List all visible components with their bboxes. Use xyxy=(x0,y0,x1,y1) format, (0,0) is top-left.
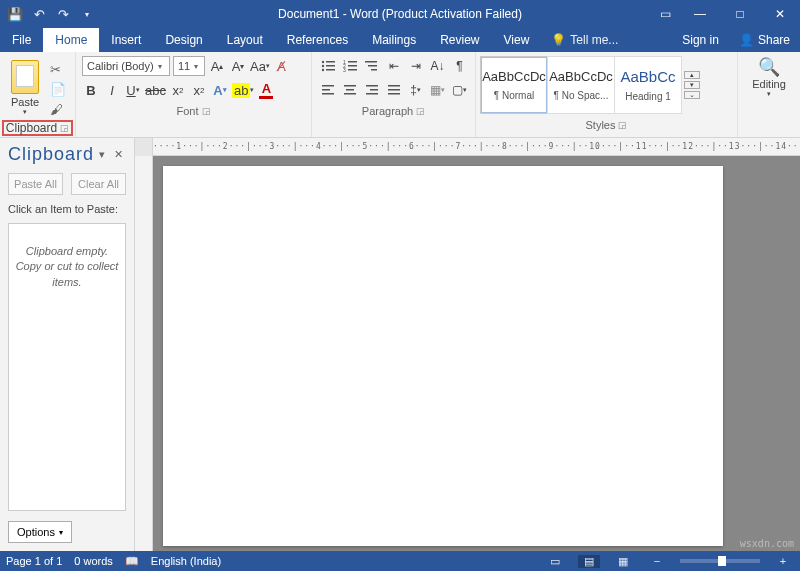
change-case-icon[interactable]: Aa▾ xyxy=(250,56,270,76)
borders-icon[interactable]: ▢▾ xyxy=(450,80,469,100)
chevron-down-icon: ▾ xyxy=(767,90,771,98)
paragraph-launcher-icon[interactable]: ◲ xyxy=(416,106,425,116)
numbering-icon[interactable]: 123 xyxy=(340,56,359,76)
status-language[interactable]: English (India) xyxy=(151,555,221,567)
increase-indent-icon[interactable]: ⇥ xyxy=(406,56,425,76)
qat-customize-icon[interactable]: ▾ xyxy=(78,5,96,23)
text-effects-icon[interactable]: A▾ xyxy=(211,80,229,100)
zoom-out-icon[interactable]: − xyxy=(646,555,668,567)
scroll-up-icon[interactable]: ▴ xyxy=(684,71,700,79)
clear-formatting-icon[interactable]: A̸ xyxy=(273,56,291,76)
document-page[interactable] xyxy=(163,166,723,546)
shading-icon[interactable]: ▦▾ xyxy=(428,80,447,100)
decrease-indent-icon[interactable]: ⇤ xyxy=(384,56,403,76)
multilevel-list-icon[interactable] xyxy=(362,56,381,76)
expand-gallery-icon[interactable]: ⌄ xyxy=(684,91,700,99)
spellcheck-icon[interactable]: 📖 xyxy=(125,555,139,568)
close-pane-icon[interactable]: ✕ xyxy=(110,148,126,161)
tab-references[interactable]: References xyxy=(275,28,360,52)
editing-icon[interactable]: 🔍 xyxy=(758,56,780,78)
close-button[interactable]: ✕ xyxy=(760,0,800,28)
maximize-button[interactable]: □ xyxy=(720,0,760,28)
font-name-combo[interactable]: Calibri (Body)▾ xyxy=(82,56,170,76)
tab-file[interactable]: File xyxy=(0,28,43,52)
vertical-ruler[interactable] xyxy=(135,156,153,551)
tab-layout[interactable]: Layout xyxy=(215,28,275,52)
grow-font-icon[interactable]: A▴ xyxy=(208,56,226,76)
shrink-font-icon[interactable]: A▾ xyxy=(229,56,247,76)
bold-button[interactable]: B xyxy=(82,80,100,100)
superscript-button[interactable]: x2 xyxy=(190,80,208,100)
ribbon-display-options-icon[interactable]: ▭ xyxy=(650,0,680,28)
zoom-in-icon[interactable]: + xyxy=(772,555,794,567)
print-layout-icon[interactable]: ▤ xyxy=(578,555,600,568)
font-size-combo[interactable]: 11▾ xyxy=(173,56,205,76)
zoom-slider-knob[interactable] xyxy=(718,556,726,566)
style-no-spacing[interactable]: AaBbCcDc ¶ No Spac... xyxy=(547,56,615,114)
tell-me-search[interactable]: 💡 Tell me... xyxy=(541,28,628,52)
redo-icon[interactable]: ↷ xyxy=(54,5,72,23)
justify-icon[interactable] xyxy=(384,80,403,100)
clipboard-label: Clipboard xyxy=(6,121,57,135)
styles-gallery-more[interactable]: ▴ ▾ ⌄ xyxy=(684,56,700,114)
font-color-icon[interactable]: A xyxy=(257,80,275,100)
status-bar: Page 1 of 1 0 words 📖 English (India) ▭ … xyxy=(0,551,800,571)
styles-launcher-icon[interactable]: ◲ xyxy=(618,120,627,130)
style-name: ¶ Normal xyxy=(494,90,534,101)
tab-home[interactable]: Home xyxy=(43,28,99,52)
chevron-down-icon: ▾ xyxy=(158,62,162,71)
tab-mailings[interactable]: Mailings xyxy=(360,28,428,52)
clipboard-group-label-highlighted[interactable]: Clipboard ◲ xyxy=(2,120,73,136)
font-name-value: Calibri (Body) xyxy=(87,60,154,72)
show-marks-icon[interactable]: ¶ xyxy=(450,56,469,76)
paste-all-button[interactable]: Paste All xyxy=(8,173,63,195)
paste-button[interactable]: Paste ▾ xyxy=(6,56,44,116)
svg-rect-22 xyxy=(370,89,378,91)
clipboard-options-button[interactable]: Options ▾ xyxy=(8,521,72,543)
svg-point-2 xyxy=(321,65,323,67)
document-area: ····1···|···2···|···3···|···4···|···5···… xyxy=(135,138,800,551)
cut-icon[interactable]: ✂ xyxy=(50,62,68,76)
clipboard-launcher-icon[interactable]: ◲ xyxy=(60,123,69,133)
align-center-icon[interactable] xyxy=(340,80,359,100)
save-icon[interactable]: 💾 xyxy=(6,5,24,23)
clear-all-button[interactable]: Clear All xyxy=(71,173,126,195)
strikethrough-button[interactable]: abc xyxy=(145,80,166,100)
sort-icon[interactable]: A↓ xyxy=(428,56,447,76)
minimize-button[interactable]: — xyxy=(680,0,720,28)
editing-label[interactable]: Editing xyxy=(752,78,786,90)
style-heading-1[interactable]: AaBbCc Heading 1 xyxy=(614,56,682,114)
read-mode-icon[interactable]: ▭ xyxy=(544,555,566,568)
highlight-color-icon[interactable]: ab▾ xyxy=(232,80,254,100)
font-launcher-icon[interactable]: ◲ xyxy=(202,106,211,116)
style-preview: AaBbCc xyxy=(620,68,675,85)
underline-button[interactable]: U▾ xyxy=(124,80,142,100)
align-right-icon[interactable] xyxy=(362,80,381,100)
pane-options-icon[interactable]: ▾ xyxy=(94,148,110,161)
web-layout-icon[interactable]: ▦ xyxy=(612,555,634,568)
format-painter-icon[interactable]: 🖌 xyxy=(50,102,68,116)
tab-design[interactable]: Design xyxy=(153,28,214,52)
undo-icon[interactable]: ↶ xyxy=(30,5,48,23)
bullets-icon[interactable] xyxy=(318,56,337,76)
align-left-icon[interactable] xyxy=(318,80,337,100)
line-spacing-icon[interactable]: ‡▾ xyxy=(406,80,425,100)
horizontal-ruler[interactable]: ····1···|···2···|···3···|···4···|···5···… xyxy=(135,138,800,156)
status-word-count[interactable]: 0 words xyxy=(74,555,113,567)
italic-button[interactable]: I xyxy=(103,80,121,100)
svg-point-4 xyxy=(321,69,323,71)
zoom-slider[interactable] xyxy=(680,559,760,563)
style-normal[interactable]: AaBbCcDc ¶ Normal xyxy=(480,56,548,114)
style-name: Heading 1 xyxy=(625,91,671,102)
status-page[interactable]: Page 1 of 1 xyxy=(6,555,62,567)
clipboard-pane-title: Clipboard xyxy=(8,144,94,165)
copy-icon[interactable]: 📄 xyxy=(50,82,68,96)
scroll-down-icon[interactable]: ▾ xyxy=(684,81,700,89)
clipboard-empty-line2: Copy or cut to collect items. xyxy=(9,259,125,290)
sign-in-link[interactable]: Sign in xyxy=(672,28,729,52)
tab-insert[interactable]: Insert xyxy=(99,28,153,52)
subscript-button[interactable]: x2 xyxy=(169,80,187,100)
tab-view[interactable]: View xyxy=(492,28,542,52)
share-button[interactable]: 👤 Share xyxy=(729,28,800,52)
tab-review[interactable]: Review xyxy=(428,28,491,52)
